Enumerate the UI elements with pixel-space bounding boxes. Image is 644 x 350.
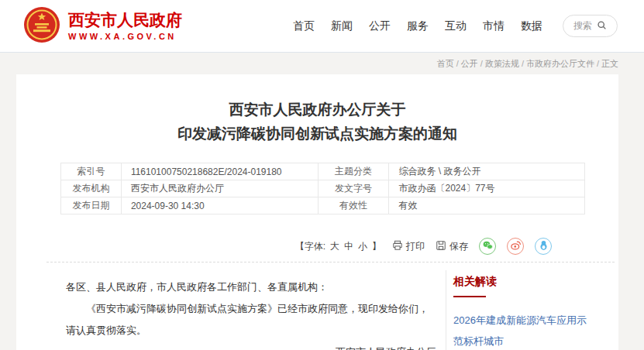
nav-item-home[interactable]: 首页 (293, 19, 315, 33)
nav-item-data[interactable]: 数据 (521, 19, 542, 33)
toolbar-divider: 【字体: 大 中 小 】 打印 (46, 238, 615, 262)
breadcrumb-current: 正文 (601, 59, 618, 68)
meta-value-pub-date: 2024-09-30 14:30 (121, 197, 318, 214)
article-card: 西安市人民政府办公厅关于 印发减污降碳协同创新试点实施方案的通知 索引号 116… (16, 74, 618, 350)
meta-value-doc-number: 市政办函〔2024〕77号 (389, 180, 585, 197)
search-label: 搜索 (573, 19, 592, 33)
breadcrumb-separator: / (597, 59, 599, 68)
font-size-large[interactable]: 大 (330, 240, 339, 253)
site-url: WWW.XA.GOV.CN (68, 32, 182, 41)
printer-icon (392, 240, 403, 253)
nav-item-city[interactable]: 市情 (483, 19, 505, 33)
meta-label-topic: 主题分类 (318, 163, 389, 180)
body-salutation: 各区、县人民政府，市人民政府各工作部门、各直属机构： (66, 276, 436, 298)
wechat-icon (482, 239, 494, 253)
meta-value-issuer: 西安市人民政府办公厅 (121, 180, 318, 197)
weibo-icon (510, 239, 522, 253)
site-name: 西安市人民政府 (68, 11, 182, 29)
print-label: 打印 (406, 240, 425, 253)
nav-item-services[interactable]: 服务 (407, 19, 429, 33)
font-label-suffix: 】 (372, 240, 381, 253)
table-row: 索引号 11610100750218682E/2024-019180 主题分类 … (61, 163, 585, 180)
page-title-line2: 印发减污降碳协同创新试点实施方案的通知 (16, 122, 618, 146)
share-weibo-button[interactable] (507, 238, 524, 255)
national-emblem-icon (23, 6, 60, 46)
share-qq-button[interactable] (535, 238, 552, 255)
page-title-line1: 西安市人民政府办公厅关于 (16, 98, 618, 122)
breadcrumb-policies[interactable]: 政策法规 (485, 59, 519, 68)
search-button[interactable]: 搜索 (563, 15, 618, 37)
nav-item-open[interactable]: 公开 (369, 19, 391, 33)
meta-value-topic: 综合政务 \ 政务公开 (389, 163, 585, 180)
document-body: 各区、县人民政府，市人民政府各工作部门、各直属机构： 《西安市减污降碳协同创新试… (16, 270, 446, 350)
save-button[interactable]: 保存 (436, 240, 468, 253)
logo-text: 西安市人民政府 WWW.XA.GOV.CN (68, 11, 182, 40)
meta-value-validity: 有效 (389, 197, 585, 214)
page-title: 西安市人民政府办公厅关于 印发减污降碳协同创新试点实施方案的通知 (16, 98, 618, 146)
breadcrumb-office-files[interactable]: 市政府办公厅文件 (526, 59, 594, 68)
meta-label-pub-date: 发布日期 (61, 197, 122, 214)
content-columns: 各区、县人民政府，市人民政府各工作部门、各直属机构： 《西安市减污降碳协同创新试… (16, 270, 618, 350)
meta-label-validity: 有效性 (318, 197, 389, 214)
share-wechat-button[interactable] (479, 238, 496, 255)
font-size-medium[interactable]: 中 (344, 240, 353, 253)
related-reading-heading: 相关解读 (453, 275, 591, 289)
breadcrumb: 首页/公开/政策法规/市政府办公厅文件/正文 (0, 53, 644, 74)
meta-label-doc-number: 发文字号 (318, 180, 389, 197)
font-size-small[interactable]: 小 (358, 240, 367, 253)
print-button[interactable]: 打印 (392, 240, 425, 253)
related-reading-sidebar: 相关解读 2026年建成新能源汽车应用示范标杆城市 (446, 270, 618, 350)
font-label-prefix: 【字体: (295, 240, 325, 253)
font-size-control: 【字体: 大 中 小 】 (295, 240, 381, 253)
meta-label-issuer: 发布机构 (61, 180, 122, 197)
nav-item-news[interactable]: 新闻 (331, 19, 353, 33)
article-toolbar: 【字体: 大 中 小 】 打印 (46, 238, 615, 255)
site-header: 西安市人民政府 WWW.XA.GOV.CN 首页 新闻 公开 服务 互动 市情 … (0, 0, 644, 53)
body-signer: 西安市人民政府办公厅 (66, 341, 436, 350)
site-logo[interactable]: 西安市人民政府 WWW.XA.GOV.CN (23, 6, 182, 46)
search-icon (597, 20, 607, 33)
meta-label-index: 索引号 (61, 163, 122, 180)
table-row: 发布日期 2024-09-30 14:30 有效性 有效 (61, 197, 585, 214)
save-label: 保存 (449, 240, 468, 253)
meta-value-index: 11610100750218682E/2024-019180 (121, 163, 318, 180)
table-row: 发布机构 西安市人民政府办公厅 发文字号 市政办函〔2024〕77号 (61, 180, 585, 197)
main-nav: 首页 新闻 公开 服务 互动 市情 数据 (293, 19, 542, 33)
related-reading-link[interactable]: 2026年建成新能源汽车应用示范标杆城市 (453, 310, 591, 350)
breadcrumb-open[interactable]: 公开 (461, 59, 478, 68)
nav-item-interact[interactable]: 互动 (445, 19, 467, 33)
heading-underline (453, 296, 486, 297)
breadcrumb-separator: / (480, 59, 483, 68)
qq-icon (538, 239, 549, 253)
save-icon (436, 240, 446, 253)
breadcrumb-separator: / (456, 59, 459, 68)
body-paragraph: 《西安市减污降碳协同创新试点实施方案》已经市政府同意，现印发给你们，请认真贯彻落… (66, 298, 436, 341)
breadcrumb-home[interactable]: 首页 (437, 59, 454, 68)
breadcrumb-separator: / (522, 59, 524, 68)
document-meta-table: 索引号 11610100750218682E/2024-019180 主题分类 … (60, 163, 585, 214)
